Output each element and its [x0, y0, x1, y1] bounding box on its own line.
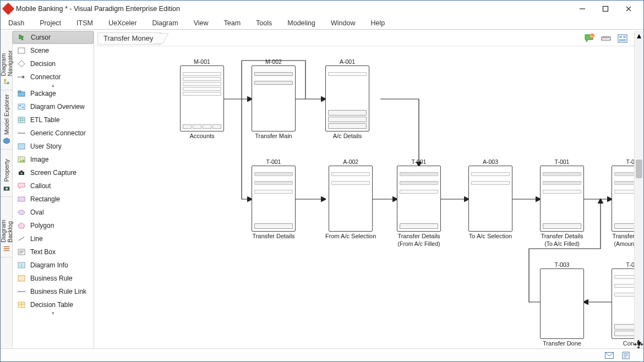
menu-view[interactable]: View	[194, 19, 209, 27]
palette-line[interactable]: Line	[13, 232, 94, 245]
wireframe-box[interactable]	[397, 166, 441, 232]
menu-project[interactable]: Project	[40, 19, 61, 27]
wireframe-node[interactable]: T-001Transfer Details(From A/c Filled)	[397, 158, 441, 247]
svg-rect-7	[3, 250, 9, 251]
menubar: Dash Project ITSM UeXceler Diagram View …	[1, 17, 643, 29]
wireframe-box[interactable]	[612, 166, 634, 232]
user-story-icon	[17, 142, 26, 150]
palette-etl-table[interactable]: ETL Table	[13, 113, 94, 127]
wireframe-box[interactable]	[180, 65, 224, 131]
palette-callout[interactable]: Callout	[13, 179, 94, 193]
node-id: T-002	[626, 261, 634, 268]
menu-modeling[interactable]: Modeling	[287, 19, 315, 27]
wireframe-node[interactable]: A-003To A/c Selection	[468, 158, 512, 239]
svg-rect-34	[619, 39, 626, 41]
palette-label: ETL Table	[30, 116, 59, 124]
wireframe-box[interactable]	[329, 166, 373, 232]
node-id: M-002	[265, 58, 282, 65]
menu-window[interactable]: Window	[331, 19, 355, 27]
breadcrumb[interactable]: Transfer Money	[97, 32, 161, 45]
palette-oval[interactable]: Oval	[13, 206, 94, 219]
node-id: T-001	[555, 158, 570, 165]
menu-uexceler[interactable]: UeXceler	[108, 19, 137, 27]
palette-scene[interactable]: Scene	[13, 44, 94, 57]
wireframe-box[interactable]	[540, 166, 584, 232]
palette-generic-connector[interactable]: Generic Connector	[13, 127, 94, 140]
wireframe-node[interactable]: T-001Transfer Details	[252, 158, 296, 239]
svg-rect-20	[20, 171, 23, 172]
line-icon	[17, 235, 26, 243]
side-tab-property[interactable]: Property	[1, 150, 12, 197]
menu-dash[interactable]: Dash	[8, 19, 24, 27]
palette-label: Decision Table	[30, 301, 73, 309]
comment-badge-icon[interactable]: 9+	[583, 32, 596, 45]
wireframe-box[interactable]	[252, 166, 296, 232]
palette-user-story[interactable]: User Story	[13, 140, 94, 153]
palette-text-box[interactable]: Text Box	[13, 245, 94, 259]
wireframe-node[interactable]: T-001Transfer Details(To A/c Filled)	[540, 158, 584, 247]
menu-itsm[interactable]: ITSM	[77, 19, 93, 27]
wireframe-node[interactable]: T-003Transfer Done	[540, 261, 584, 347]
node-id: T-001	[626, 158, 634, 165]
wireframe-box[interactable]	[612, 268, 634, 339]
menu-help[interactable]: Help	[370, 19, 385, 27]
close-button[interactable]	[617, 1, 640, 17]
wireframe-node[interactable]: T-001Transfer Details(Amount Filled)	[612, 158, 634, 247]
svg-rect-2	[7, 82, 9, 84]
palette-label: User Story	[30, 142, 62, 150]
palette-screen-capture[interactable]: Screen Capture	[13, 166, 94, 179]
palette-label: Screen Capture	[30, 169, 77, 177]
mail-icon[interactable]	[605, 352, 614, 359]
palette-polygon[interactable]: Polygon	[13, 219, 94, 232]
palette-diagram-overview[interactable]: Diagram Overview	[13, 100, 94, 113]
palette-business-rule[interactable]: Business Rule	[13, 272, 94, 285]
wireframe-box[interactable]	[468, 166, 512, 232]
svg-rect-30	[602, 37, 610, 40]
vertical-scrollbar[interactable]: ▴ ▾	[634, 31, 643, 348]
minimize-button[interactable]	[571, 1, 594, 17]
package-icon	[17, 90, 26, 97]
scroll-thumb[interactable]	[636, 160, 642, 178]
wireframe-node[interactable]: A-002From A/c Selection	[325, 158, 376, 239]
node-subcaption: (To A/c Filled)	[544, 240, 580, 247]
wireframe-node[interactable]: T-002Confirm	[612, 261, 634, 347]
palette-label: Callout	[30, 182, 51, 190]
svg-rect-1	[4, 79, 6, 81]
wireframe-node[interactable]: A-001A/c Details	[325, 58, 369, 139]
palette-rectangle[interactable]: Rectangle	[13, 193, 94, 206]
side-tab-diagram-navigator[interactable]: Diagram Navigator	[1, 31, 12, 90]
window-title: Mobile Banking * - Visual Paradigm Enter…	[16, 5, 571, 13]
maximize-button[interactable]	[594, 1, 617, 17]
palette-label: Text Box	[30, 248, 56, 256]
palette-decision-table[interactable]: Decision Table	[13, 298, 94, 311]
palette-image[interactable]: Image	[13, 153, 94, 166]
scroll-track[interactable]	[635, 40, 643, 339]
palette-business-rule-link[interactable]: Business Rule Link	[13, 285, 94, 298]
palette-connector[interactable]: Connector	[13, 70, 94, 84]
ruler-icon[interactable]	[600, 32, 612, 45]
diagram-canvas[interactable]: M-001AccountsM-002Transfer MainA-001A/c …	[94, 46, 634, 348]
menu-diagram[interactable]: Diagram	[152, 19, 178, 27]
polygon-icon	[17, 222, 26, 229]
palette-cursor[interactable]: Cursor	[13, 31, 94, 44]
svg-point-19	[20, 172, 22, 174]
tool-palette: CursorSceneDecisionConnectorPackageDiagr…	[13, 31, 94, 348]
wireframe-box[interactable]	[540, 268, 584, 339]
palette-decision[interactable]: Decision	[13, 57, 94, 70]
scroll-up-arrow[interactable]: ▴	[635, 31, 643, 40]
wireframe-box[interactable]	[325, 65, 369, 131]
side-tab-model-explorer[interactable]: Model Explorer	[1, 90, 12, 150]
side-tab-strip: Diagram Navigator Model Explorer Propert…	[1, 31, 13, 348]
palette-label: Scene	[30, 47, 49, 54]
palette-diagram-info[interactable]: iDiagram Info	[13, 259, 94, 272]
side-tab-diagram-backlog[interactable]: Diagram Backlog	[1, 197, 12, 257]
layout-icon[interactable]	[616, 32, 629, 45]
wireframe-node[interactable]: M-002Transfer Main	[252, 58, 296, 139]
menu-team[interactable]: Team	[224, 19, 241, 27]
wireframe-box[interactable]	[252, 65, 296, 131]
note-icon[interactable]	[621, 352, 630, 359]
menu-tools[interactable]: Tools	[256, 19, 272, 27]
wireframe-node[interactable]: M-001Accounts	[180, 58, 224, 139]
node-caption: To A/c Selection	[469, 233, 512, 239]
palette-package[interactable]: Package	[13, 87, 94, 100]
